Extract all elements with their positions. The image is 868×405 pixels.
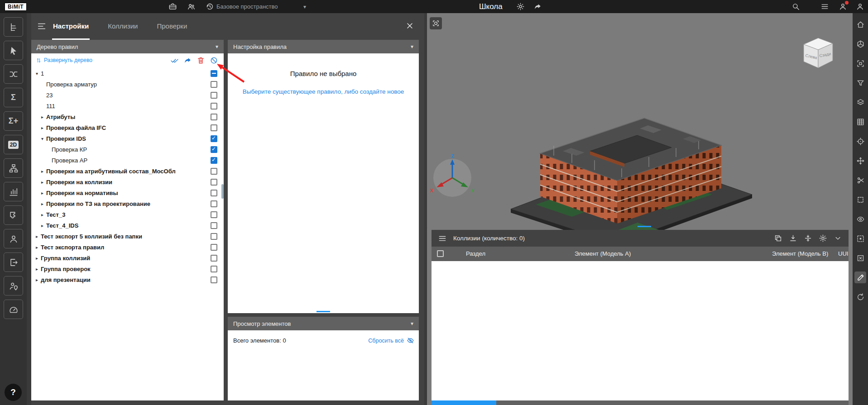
caret-icon[interactable]: ▸ [39, 114, 45, 119]
tree-item[interactable]: ▸Проверки на нормативы [31, 187, 224, 198]
tree-item-checkbox[interactable] [211, 233, 217, 240]
collisions-resize-handle[interactable] [638, 226, 651, 227]
tree-item[interactable]: ▸для презентации [31, 274, 224, 285]
caret-icon[interactable]: ▸ [34, 245, 40, 250]
tree-item-checkbox[interactable] [211, 255, 217, 262]
column-uuid[interactable]: UUI [838, 250, 848, 257]
target-button[interactable] [854, 135, 866, 147]
tree-panel-header[interactable]: Дерево правил ▾ [31, 40, 224, 53]
sum-button[interactable]: Σ [4, 88, 23, 107]
building-model[interactable] [504, 74, 767, 246]
caret-icon[interactable]: ▸ [34, 267, 40, 272]
caret-icon[interactable]: ▸ [39, 191, 45, 195]
briefcase-icon[interactable] [168, 2, 177, 11]
tab-settings[interactable]: Настройки [52, 13, 90, 40]
tab-collisions[interactable]: Коллизии [107, 13, 139, 40]
duplicate-icon[interactable] [774, 234, 782, 243]
tree-item-checkbox[interactable] [211, 124, 217, 131]
column-element-b[interactable]: Элемент (Модель B) [772, 250, 828, 257]
caret-icon[interactable]: ▸ [39, 223, 45, 228]
settings-icon[interactable] [819, 234, 827, 243]
notifications-button[interactable] [839, 0, 847, 13]
isolate-button[interactable] [854, 233, 866, 244]
elements-panel-header[interactable]: Просмотр элементов ▾ [228, 317, 419, 330]
app-logo[interactable]: BiMiT [5, 0, 27, 13]
scrollbar-thumb[interactable] [432, 400, 496, 405]
clash-button[interactable] [4, 64, 23, 84]
rule-panel-header[interactable]: Настройка правила ▾ [228, 40, 419, 53]
tree-item[interactable]: Проверка КР [31, 144, 224, 155]
tab-checks[interactable]: Проверки [156, 13, 188, 40]
tree-item[interactable]: ▸Проверки по ТЗ на проектирование [31, 198, 224, 209]
caret-icon[interactable]: ▸ [34, 256, 40, 261]
caret-icon[interactable]: ▸ [34, 277, 40, 282]
select-all-checkbox[interactable] [437, 250, 444, 257]
user-button[interactable] [4, 229, 23, 248]
export-button[interactable] [4, 253, 23, 272]
clip-box-button[interactable] [854, 194, 866, 205]
reset-all-link[interactable]: Сбросить всё [368, 337, 414, 344]
filter-button[interactable] [854, 77, 866, 89]
caret-icon[interactable]: ▸ [39, 201, 45, 206]
forward-icon[interactable] [183, 56, 192, 65]
tree-item[interactable]: ▾Проверки IDS [31, 133, 224, 144]
tree-item-checkbox[interactable] [211, 266, 217, 272]
tree-item-checkbox[interactable] [211, 146, 217, 153]
history-icon[interactable] [206, 2, 214, 11]
caret-icon[interactable]: ▸ [34, 234, 40, 239]
tree-item[interactable]: ▸Тест экспорта правил [31, 242, 224, 253]
disable-icon[interactable] [210, 56, 218, 65]
tree-item-checkbox[interactable] [211, 222, 217, 229]
viewport-3d[interactable]: Слева Сзади [427, 13, 853, 405]
layers-button[interactable] [854, 96, 866, 108]
tree-item[interactable]: 111 [31, 100, 224, 111]
sum-add-button[interactable]: Σ+ [4, 111, 23, 131]
tree-item-checkbox[interactable] [211, 92, 217, 99]
plugins-button[interactable] [4, 205, 23, 225]
tree-item-checkbox[interactable] [211, 168, 217, 175]
menu-button[interactable] [820, 0, 829, 13]
tree-item-checkbox[interactable] [211, 135, 217, 142]
focus-mode-button[interactable] [430, 17, 442, 29]
tree-item[interactable]: ▸Атрибуты [31, 111, 224, 122]
account-button[interactable] [856, 0, 864, 13]
help-button[interactable]: ? [5, 384, 22, 401]
charts-button[interactable] [4, 182, 23, 201]
import-icon[interactable] [789, 234, 797, 243]
tree-item[interactable]: ▸Проверки на коллизии [31, 176, 224, 187]
tree-item-checkbox[interactable] [211, 114, 217, 120]
caret-icon[interactable]: ▾ [39, 136, 45, 141]
collisions-menu-icon[interactable] [438, 234, 447, 243]
tree-item[interactable]: ▸Группа коллизий [31, 253, 224, 263]
tree-item[interactable]: ▾1 [31, 68, 224, 79]
tree-item[interactable]: ▸Тест экспорт 5 коллизий без папки [31, 231, 224, 242]
delete-icon[interactable] [197, 56, 205, 65]
tree-item[interactable]: ▸Проверка файла IFC [31, 122, 224, 133]
column-section[interactable]: Раздел [466, 250, 485, 257]
view-2d-button[interactable]: 2D [4, 135, 23, 154]
rule-empty-hint[interactable]: Выберите существующее правило, либо созд… [228, 88, 419, 95]
tree-item[interactable]: ▸Тест_3 [31, 209, 224, 220]
fit-view-button[interactable] [854, 57, 866, 69]
tree-item-checkbox[interactable] [211, 70, 217, 77]
close-panel-button[interactable] [405, 21, 414, 30]
tree-item-checkbox[interactable] [211, 179, 217, 186]
orientation-gizmo[interactable]: Z X Y [428, 153, 477, 202]
tree-item-checkbox[interactable] [211, 81, 217, 88]
hide-button[interactable] [854, 252, 866, 264]
caret-icon[interactable]: ▸ [39, 212, 45, 217]
rule-panel-resize-handle[interactable] [317, 311, 330, 312]
project-settings-button[interactable] [516, 0, 525, 13]
tree-item-checkbox[interactable] [211, 190, 217, 196]
structure-button[interactable] [4, 158, 23, 178]
tree-item-checkbox[interactable] [211, 211, 217, 218]
tree-item-checkbox[interactable] [211, 200, 217, 207]
caret-icon[interactable]: ▸ [39, 125, 45, 130]
pan-button[interactable] [854, 155, 866, 167]
user-pin-button[interactable] [4, 276, 23, 295]
tree-item[interactable]: ▸Проверки на атрибутивный состав_МосОбл [31, 166, 224, 176]
grid-button[interactable] [854, 116, 866, 128]
tree-item-checkbox[interactable] [211, 244, 217, 251]
cube-button[interactable] [854, 38, 866, 50]
tree-item-checkbox[interactable] [211, 103, 217, 110]
